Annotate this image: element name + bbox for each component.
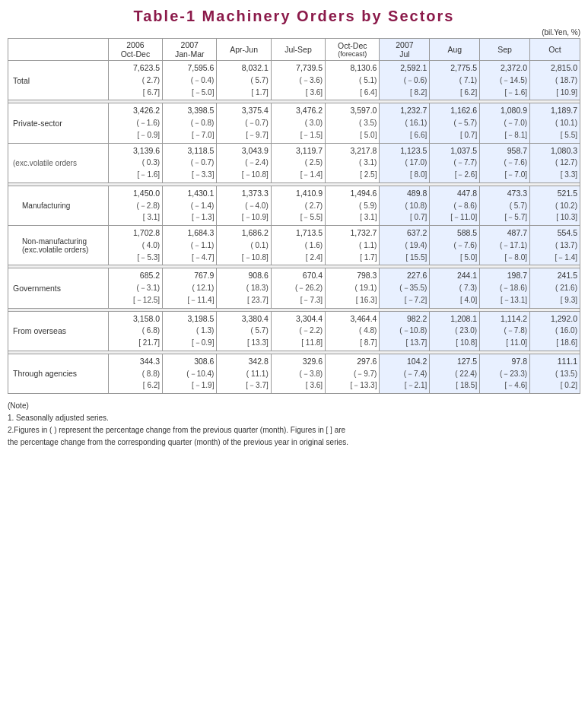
col-2006q4-line1: 2006 xyxy=(111,40,160,49)
data-cell: 3,198.5( 1.3)[－0.9] xyxy=(163,311,217,351)
column-header-row: 2006 Oct-Dec 2007 Jan-Mar Apr-Jun Jul-Se… xyxy=(8,39,580,61)
row-label: (exc.volatile orders xyxy=(8,143,109,182)
table-row: Governments685.2(－3.1)[－12.5]767.9( 12.1… xyxy=(8,268,580,308)
data-cell: 1,189.7( 10.1)[ 5.5] xyxy=(530,103,580,143)
note-item-3: the percentage change from the correspon… xyxy=(8,436,580,449)
col-2006q4-line2: Oct-Dec xyxy=(111,49,160,59)
data-cell: 1,686.2( 0.1)[－10.8] xyxy=(217,226,271,265)
data-cell: 958.7(－7.6)[－7.0] xyxy=(480,143,530,182)
data-cell: 1,232.7( 16.1)[ 6.6] xyxy=(380,103,430,143)
data-cell: 3,464.4( 4.8)[ 8.7] xyxy=(326,311,380,351)
data-cell: 670.4(－26.2)[－7.3] xyxy=(271,268,325,308)
data-cell: 3,380.4( 5.7)[ 13.3] xyxy=(217,311,271,351)
data-cell: 7,623.5( 2.7)[ 6.7] xyxy=(108,61,162,100)
table-row: (exc.volatile orders3,139.6( 0.3)[－1.6]3… xyxy=(8,143,580,182)
col-2007q3-line2: Jul-Sep xyxy=(274,45,323,54)
data-cell: 8,130.6( 5.1)[ 6.4] xyxy=(326,61,380,100)
row-label: Governments xyxy=(8,268,109,308)
data-cell: 308.6(－10.4)[－1.9] xyxy=(163,354,217,393)
data-cell: 1,123.5( 17.0)[ 8.0] xyxy=(380,143,430,182)
data-cell: 244.1( 7.3)[ 4.0] xyxy=(430,268,480,308)
row-label: Non-manufacturing (exc.volatile orders) xyxy=(8,226,109,265)
data-cell: 3,398.5(－0.8)[－7.0] xyxy=(163,103,217,143)
table-row: Total7,623.5( 2.7)[ 6.7]7,595.6(－0.4)[－5… xyxy=(8,61,580,100)
page-title: Table-1 Machinery Orders by Sectors xyxy=(8,8,580,25)
main-table: 2006 Oct-Dec 2007 Jan-Mar Apr-Jun Jul-Se… xyxy=(8,38,580,394)
data-cell: 198.7(－18.6)[－13.1] xyxy=(480,268,530,308)
data-cell: 127.5( 22.4)[ 18.5] xyxy=(430,354,480,393)
data-cell: 2,372.0(－14.5)[－1.6] xyxy=(480,61,530,100)
data-cell: 7,739.5(－3.6)[ 3.6] xyxy=(271,61,325,100)
data-cell: 798.3( 19.1)[ 16.3] xyxy=(326,268,380,308)
note-item-1: 1. Seasonally adjusted series. xyxy=(8,412,580,424)
table-row: Through agencies344.3( 8.8)[ 6.2]308.6(－… xyxy=(8,354,580,393)
data-cell: 8,032.1( 5.7)[ 1.7] xyxy=(217,61,271,100)
data-cell: 3,304.4(－2.2)[ 11.8] xyxy=(271,311,325,351)
data-cell: 588.5(－7.6)[ 5.0] xyxy=(430,226,480,265)
data-cell: 1,080.3( 12.7)[ 3.3] xyxy=(530,143,580,182)
data-cell: 1,208.1( 23.0)[ 10.8] xyxy=(430,311,480,351)
data-cell: 447.8(－8.6)[－11.0] xyxy=(430,186,480,225)
row-label: Through agencies xyxy=(8,354,109,393)
notes-title: (Note) xyxy=(8,400,580,412)
data-cell: 767.9( 12.1)[－11.4] xyxy=(163,268,217,308)
col-2007sep-line2: Sep xyxy=(482,45,527,54)
data-cell: 1,450.0(－2.8)[ 3.1] xyxy=(108,186,162,225)
data-cell: 982.2(－10.8)[ 13.7] xyxy=(380,311,430,351)
notes-section: (Note) 1. Seasonally adjusted series. 2.… xyxy=(8,400,580,449)
data-cell: 1,292.0( 16.0)[ 18.6] xyxy=(530,311,580,351)
data-cell: 2,592.1(－0.6)[ 8.2] xyxy=(380,61,430,100)
row-label: Manufacturing xyxy=(8,186,109,225)
table-row: Non-manufacturing (exc.volatile orders)1… xyxy=(8,226,580,265)
data-cell: 1,430.1(－1.4)[－1.3] xyxy=(163,186,217,225)
data-cell: 3,118.5(－0.7)[－3.3] xyxy=(163,143,217,182)
data-cell: 227.6(－35.5)[－7.2] xyxy=(380,268,430,308)
data-cell: 329.6(－3.8)[ 3.6] xyxy=(271,354,325,393)
data-cell: 1,732.7( 1.1)[ 1.7] xyxy=(326,226,380,265)
row-label: From overseas xyxy=(8,311,109,351)
data-cell: 489.8( 10.8)[ 0.7] xyxy=(380,186,430,225)
data-cell: 3,426.2(－1.6)[－0.9] xyxy=(108,103,162,143)
col-2007-line1: 2007 xyxy=(382,40,427,49)
data-cell: 473.3( 5.7)[－5.7] xyxy=(480,186,530,225)
row-label: Total xyxy=(8,61,109,100)
data-cell: 1,702.8( 4.0)[－5.3] xyxy=(108,226,162,265)
data-cell: 3,217.8( 3.1)[ 2.5] xyxy=(326,143,380,182)
col-2007q1-line2: Jan-Mar xyxy=(165,49,214,59)
data-cell: 3,043.9(－2.4)[－10.8] xyxy=(217,143,271,182)
data-cell: 637.2( 19.4)[ 15.5] xyxy=(380,226,430,265)
data-cell: 1,114.2(－7.8)[ 11.0] xyxy=(480,311,530,351)
table-row: Manufacturing1,450.0(－2.8)[ 3.1]1,430.1(… xyxy=(8,186,580,225)
col-2007jul-line2: Jul xyxy=(382,49,427,59)
data-cell: 241.5( 21.6)[ 9.3] xyxy=(530,268,580,308)
row-label: Private-sector xyxy=(8,103,109,143)
data-cell: 554.5( 13.7)[－1.4] xyxy=(530,226,580,265)
data-cell: 1,684.3(－1.1)[－4.7] xyxy=(163,226,217,265)
col-2007aug-line2: Aug xyxy=(432,45,477,54)
data-cell: 7,595.6(－0.4)[－5.0] xyxy=(163,61,217,100)
col-2007q1-line1: 2007 xyxy=(165,40,214,49)
data-cell: 104.2(－7.4)[－2.1] xyxy=(380,354,430,393)
data-cell: 1,080.9(－7.0)[－8.1] xyxy=(480,103,530,143)
data-cell: 344.3( 8.8)[ 6.2] xyxy=(108,354,162,393)
data-cell: 487.7(－17.1)[－8.0] xyxy=(480,226,530,265)
data-cell: 1,373.3(－4.0)[－10.9] xyxy=(217,186,271,225)
data-cell: 297.6(－9.7)[－13.3] xyxy=(326,354,380,393)
data-cell: 2,775.5( 7.1)[ 6.2] xyxy=(430,61,480,100)
unit-note: (bil.Yen, %) xyxy=(8,28,580,36)
note-item-2: 2.Figures in ( ) represent the percentag… xyxy=(8,424,580,436)
data-cell: 3,597.0( 3.5)[ 5.0] xyxy=(326,103,380,143)
data-cell: 2,815.0( 18.7)[ 10.9] xyxy=(530,61,580,100)
col-2007q2-line2: Apr-Jun xyxy=(219,45,268,54)
data-cell: 3,139.6( 0.3)[－1.6] xyxy=(108,143,162,182)
data-cell: 3,476.2( 3.0)[－1.5] xyxy=(271,103,325,143)
data-cell: 1,713.5( 1.6)[ 2.4] xyxy=(271,226,325,265)
data-cell: 521.5( 10.2)[ 10.3] xyxy=(530,186,580,225)
data-cell: 1,494.6( 5.9)[ 3.1] xyxy=(326,186,380,225)
data-cell: 1,162.6(－5.7)[ 0.7] xyxy=(430,103,480,143)
data-cell: 111.1( 13.5)[ 0.2] xyxy=(530,354,580,393)
data-cell: 342.8( 11.1)[－3.7] xyxy=(217,354,271,393)
data-cell: 97.8(－23.3)[－4.6] xyxy=(480,354,530,393)
data-cell: 1,410.9( 2.7)[－5.5] xyxy=(271,186,325,225)
col-2007q4-line2: Oct-Dec xyxy=(328,41,377,50)
